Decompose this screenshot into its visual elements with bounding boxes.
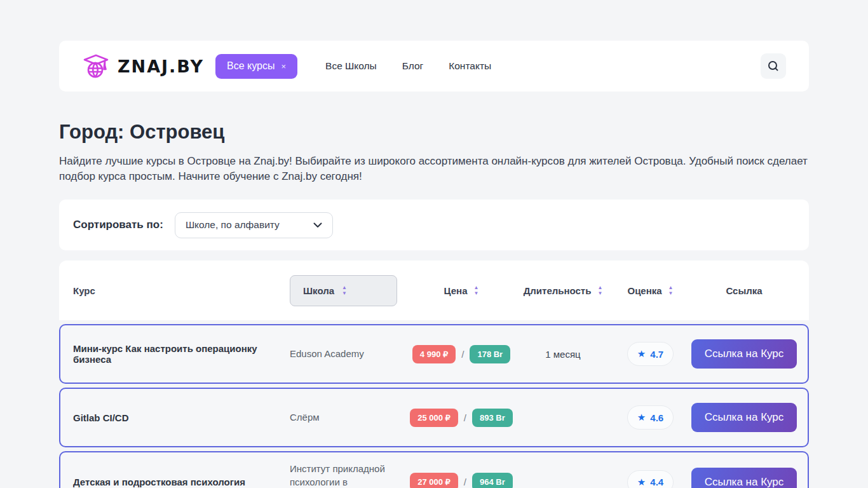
sort-arrows-icon: ▲ ▼	[342, 286, 347, 295]
course-table-header: Курс Школа ▲ ▼ Цена ▲ ▼ Длительность ▲ ▼	[59, 261, 809, 320]
price-rub-badge: 25 000 ₽	[410, 409, 458, 427]
search-icon	[767, 60, 780, 72]
close-icon[interactable]: ×	[281, 62, 286, 71]
course-link-button[interactable]: Ссылка на Курс	[691, 403, 797, 432]
course-rating: ★ 4.4	[607, 470, 693, 488]
course-price: 4 990 ₽ / 178 Br	[404, 345, 519, 363]
main-nav: Все Школы Блог Контакты	[325, 60, 491, 72]
column-header-duration-label: Длительность	[524, 285, 592, 296]
course-title: Детская и подростковая психология	[73, 477, 290, 487]
column-header-duration-sort[interactable]: Длительность ▲ ▼	[519, 285, 607, 296]
column-header-course: Курс	[73, 285, 290, 296]
course-school: Слёрм	[290, 411, 404, 424]
graduation-cap-icon	[82, 53, 110, 79]
rating-badge: ★ 4.4	[627, 470, 674, 488]
sort-select[interactable]: Школе, по алфавиту	[175, 212, 333, 238]
site-header: ZNAJ.BY Все курсы × Все Школы Блог Конта…	[59, 41, 809, 92]
price-rub-badge: 27 000 ₽	[410, 473, 458, 488]
price-byn-badge: 178 Br	[470, 345, 510, 363]
sort-arrows-icon: ▲ ▼	[473, 286, 478, 295]
course-link-button[interactable]: Ссылка на Курс	[691, 468, 797, 488]
rating-value: 4.7	[650, 349, 663, 360]
column-header-school-sort[interactable]: Школа ▲ ▼	[290, 275, 397, 306]
page-description: Найдите лучшие курсы в Островце на Znaj.…	[59, 154, 809, 184]
course-rating: ★ 4.6	[607, 405, 693, 430]
sort-bar: Сортировать по: Школе, по алфавиту	[59, 200, 809, 250]
page-title: Город: Островец	[59, 121, 809, 144]
price-byn-badge: 964 Br	[472, 473, 513, 488]
logo-text: ZNAJ.BY	[118, 57, 204, 76]
chevron-down-icon	[313, 222, 322, 228]
rating-badge: ★ 4.6	[627, 405, 674, 430]
star-icon: ★	[637, 348, 646, 360]
all-courses-label: Все курсы	[227, 60, 275, 72]
course-rating: ★ 4.7	[607, 342, 693, 366]
course-title: Мини-курс Как настроить операционку бизн…	[73, 343, 290, 365]
column-header-school-label: Школа	[303, 285, 334, 296]
rating-value: 4.4	[650, 477, 663, 487]
course-duration: 1 месяц	[519, 349, 607, 360]
course-row: Gitlab CI/CD Слёрм 25 000 ₽ / 893 Br ★ 4…	[59, 388, 809, 447]
column-header-link: Ссылка	[693, 285, 795, 296]
rating-value: 4.6	[650, 412, 663, 423]
price-byn-badge: 893 Br	[472, 409, 513, 427]
column-header-rating-sort[interactable]: Оценка ▲ ▼	[607, 285, 693, 296]
sort-arrows-icon: ▲ ▼	[668, 286, 674, 295]
nav-link-contacts[interactable]: Контакты	[449, 60, 491, 72]
search-button[interactable]	[761, 53, 786, 79]
nav-link-blog[interactable]: Блог	[402, 60, 424, 72]
course-title: Gitlab CI/CD	[73, 412, 290, 423]
price-separator: /	[464, 412, 466, 423]
sort-select-value: Школе, по алфавиту	[186, 219, 280, 231]
course-school: Eduson Academy	[290, 348, 404, 360]
sort-label: Сортировать по:	[73, 219, 163, 231]
sort-arrows-icon: ▲ ▼	[597, 286, 602, 295]
all-courses-filter-button[interactable]: Все курсы ×	[215, 54, 297, 79]
site-logo[interactable]: ZNAJ.BY	[82, 53, 204, 79]
column-header-price-sort[interactable]: Цена ▲ ▼	[404, 285, 519, 296]
rating-badge: ★ 4.7	[627, 342, 674, 366]
price-separator: /	[461, 349, 464, 360]
star-icon: ★	[637, 477, 646, 488]
course-price: 27 000 ₽ / 964 Br	[404, 473, 519, 488]
price-rub-badge: 4 990 ₽	[412, 345, 456, 363]
course-row: Детская и подростковая психология Инстит…	[59, 451, 809, 488]
column-header-price-label: Цена	[444, 285, 468, 296]
price-separator: /	[464, 477, 466, 487]
course-row: Мини-курс Как настроить операционку бизн…	[59, 324, 809, 384]
course-price: 25 000 ₽ / 893 Br	[404, 409, 519, 427]
column-header-rating-label: Оценка	[627, 285, 661, 296]
course-link-button[interactable]: Ссылка на Курс	[691, 339, 797, 369]
course-school: Институт прикладной психологии в социаль…	[290, 463, 404, 488]
nav-link-schools[interactable]: Все Школы	[325, 60, 377, 72]
star-icon: ★	[637, 412, 646, 423]
